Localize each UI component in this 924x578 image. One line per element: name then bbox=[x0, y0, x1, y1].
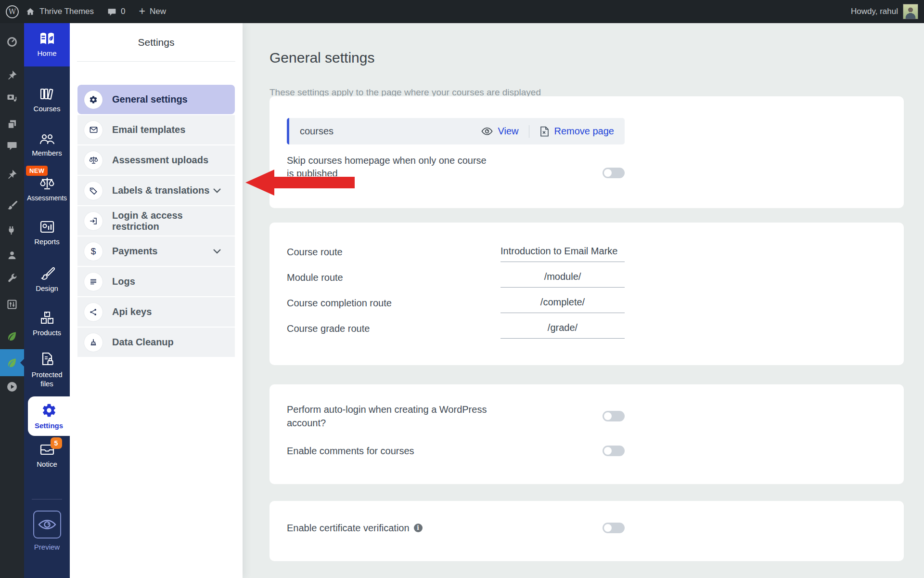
sidebar-item-label: Settings bbox=[35, 421, 63, 430]
thrive-leaf-icon[interactable] bbox=[6, 330, 18, 342]
auto-login-toggle[interactable] bbox=[603, 411, 625, 421]
sidebar-item-label: Courses bbox=[34, 105, 61, 114]
scales-icon bbox=[89, 156, 98, 165]
pushpin-icon[interactable] bbox=[6, 169, 18, 180]
routes-card: Course route Introduction to Email Marke… bbox=[270, 223, 904, 365]
course-route-row: Course route Introduction to Email Marke bbox=[287, 246, 625, 262]
sidebar-item-home[interactable]: Home bbox=[24, 23, 70, 66]
file-lock-icon bbox=[39, 352, 55, 367]
login-icon bbox=[89, 217, 98, 225]
sidebar-item-settings[interactable]: Settings bbox=[28, 396, 70, 436]
sidebar-preview-button[interactable]: Preview bbox=[24, 511, 70, 551]
menu-item-general-settings[interactable]: General settings bbox=[77, 85, 235, 114]
sidebar-item-design[interactable]: Design bbox=[24, 266, 70, 293]
list-icon bbox=[89, 277, 98, 286]
certificate-toggle[interactable] bbox=[603, 523, 625, 533]
paintbrush-icon bbox=[39, 266, 55, 281]
thrive-apprentice-active-item[interactable] bbox=[0, 349, 24, 376]
route-label: Course route bbox=[287, 246, 343, 258]
menu-item-logs[interactable]: Logs bbox=[77, 267, 235, 296]
auto-login-label: Perform auto-login when creating a WordP… bbox=[287, 403, 503, 430]
sidebar-item-label: Design bbox=[36, 284, 58, 293]
apprentice-sidebar: Home Courses Members NEW bbox=[24, 23, 70, 578]
account-card: Perform auto-login when creating a WordP… bbox=[270, 384, 904, 484]
comments-row: Enable comments for courses bbox=[287, 444, 625, 458]
broom-icon bbox=[89, 338, 98, 347]
pushpin-icon[interactable] bbox=[6, 69, 18, 81]
info-icon[interactable]: i bbox=[414, 524, 423, 532]
sliders-settings-icon[interactable] bbox=[6, 299, 18, 310]
sidebar-item-products[interactable]: Products bbox=[24, 311, 70, 338]
boxes-icon bbox=[39, 311, 55, 325]
panel-divider bbox=[77, 61, 235, 62]
module-route-row: Module route /module/ bbox=[287, 271, 625, 288]
page-name: courses bbox=[300, 126, 481, 137]
module-route-input[interactable]: /module/ bbox=[500, 271, 625, 288]
route-label: Course completion route bbox=[287, 297, 392, 309]
appearance-brush-icon[interactable] bbox=[6, 199, 18, 211]
grade-route-input[interactable]: /grade/ bbox=[500, 322, 625, 339]
sidebar-item-label: Notice bbox=[37, 460, 57, 469]
menu-item-login-access[interactable]: Login & access restriction bbox=[77, 206, 235, 236]
howdy-greeting[interactable]: Howdy, rahul bbox=[851, 7, 898, 16]
sidebar-item-assessments[interactable]: NEW Assessments bbox=[24, 176, 70, 203]
menu-item-label: Api keys bbox=[112, 306, 152, 317]
tools-wrench-icon[interactable] bbox=[6, 273, 18, 284]
comments-icon[interactable] bbox=[6, 140, 18, 152]
menu-item-assessment-uploads[interactable]: Assessment uploads bbox=[77, 145, 235, 175]
screen: W Thrive Themes 0 + New Howdy, rahul bbox=[0, 0, 924, 578]
skip-homepage-row: Skip courses homepage when only one cour… bbox=[287, 154, 625, 176]
settings-menu-list: General settings Email templates Assessm… bbox=[70, 85, 243, 357]
user-avatar[interactable] bbox=[903, 4, 918, 19]
menu-item-labels-translations[interactable]: Labels & translations bbox=[77, 176, 235, 205]
page-title: General settings bbox=[270, 50, 374, 66]
dashboard-icon[interactable] bbox=[6, 36, 18, 48]
sidebar-item-reports[interactable]: Reports bbox=[24, 220, 70, 247]
certificate-label: Enable certificate verification bbox=[287, 521, 410, 535]
sidebar-item-protected-files[interactable]: Protected files bbox=[24, 352, 70, 389]
completion-route-input[interactable]: /complete/ bbox=[500, 297, 625, 313]
plugins-icon[interactable] bbox=[6, 225, 18, 236]
view-page-link[interactable]: View bbox=[481, 126, 518, 137]
sidebar-item-label: Members bbox=[32, 149, 62, 158]
sidebar-item-members[interactable]: Members bbox=[24, 132, 70, 158]
auto-login-row: Perform auto-login when creating a WordP… bbox=[287, 403, 625, 430]
route-label: Module route bbox=[287, 271, 343, 283]
admin-bar-new-button[interactable]: + New bbox=[132, 0, 173, 23]
site-name: Thrive Themes bbox=[39, 7, 94, 16]
panel-title: Settings bbox=[70, 23, 243, 48]
menu-item-data-cleanup[interactable]: Data Cleanup bbox=[77, 328, 235, 357]
menu-item-label: Assessment uploads bbox=[112, 155, 208, 166]
index-page-card: courses View Remove page Skip courses ho… bbox=[270, 96, 904, 208]
menu-item-email-templates[interactable]: Email templates bbox=[77, 115, 235, 144]
menu-item-payments[interactable]: $ Payments bbox=[77, 236, 235, 266]
tag-icon bbox=[89, 186, 98, 195]
new-badge: NEW bbox=[26, 166, 48, 176]
users-icon[interactable] bbox=[6, 250, 18, 261]
sidebar-item-label: Assessments bbox=[27, 194, 67, 203]
people-icon bbox=[39, 132, 55, 145]
enable-comments-label: Enable comments for courses bbox=[287, 444, 503, 458]
scales-icon bbox=[39, 176, 55, 191]
notice-count-badge: 5 bbox=[51, 437, 62, 449]
preview-label: Preview bbox=[34, 543, 60, 551]
admin-bar-site-link[interactable]: Thrive Themes bbox=[19, 0, 101, 23]
wordpress-logo-icon[interactable]: W bbox=[6, 5, 19, 18]
media-icon[interactable] bbox=[6, 92, 18, 104]
admin-bar-comments[interactable]: 0 bbox=[101, 0, 132, 23]
comments-count: 0 bbox=[121, 7, 125, 16]
video-play-icon[interactable] bbox=[6, 381, 18, 393]
menu-item-api-keys[interactable]: Api keys bbox=[77, 297, 235, 327]
skip-homepage-toggle[interactable] bbox=[603, 168, 625, 178]
pages-icon[interactable] bbox=[6, 118, 18, 130]
sidebar-item-label: Home bbox=[37, 49, 56, 58]
enable-comments-toggle[interactable] bbox=[603, 446, 625, 456]
sidebar-divider bbox=[32, 499, 62, 499]
course-route-input[interactable]: Introduction to Email Marke bbox=[500, 246, 625, 262]
remove-page-link[interactable]: Remove page bbox=[540, 126, 614, 137]
wp-admin-rail bbox=[0, 23, 24, 578]
sidebar-item-label: Products bbox=[33, 328, 61, 338]
menu-item-label: Labels & translations bbox=[112, 185, 209, 196]
sidebar-item-notice[interactable]: 5 Notice bbox=[24, 442, 70, 469]
sidebar-item-courses[interactable]: Courses bbox=[24, 87, 70, 114]
